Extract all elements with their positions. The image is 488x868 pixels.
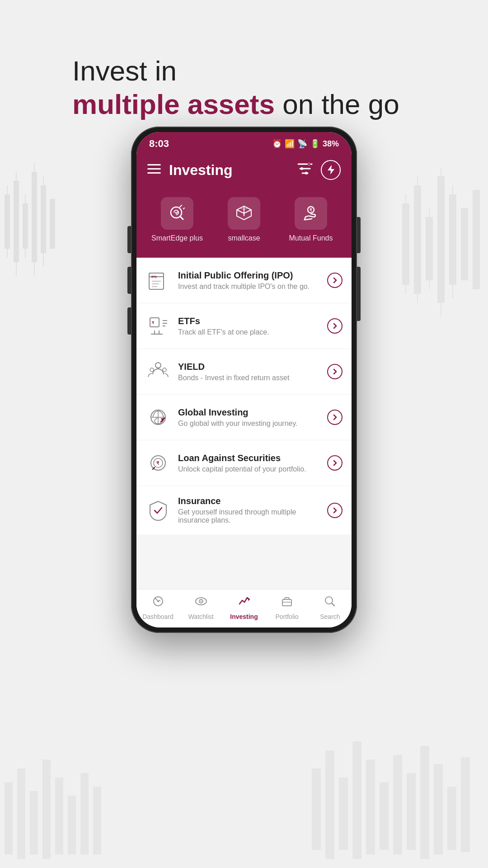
ipo-icon: IPO (145, 268, 171, 293)
svg-rect-32 (325, 750, 334, 859)
yield-arrow (327, 364, 343, 379)
svg-rect-26 (42, 760, 51, 859)
lightning-button[interactable] (321, 160, 341, 180)
signal-icon: 📶 (285, 139, 295, 149)
yield-subtitle: Bonds - Invest in fixed return asset (178, 374, 327, 382)
menu-list: IPO Initial Public Offering (IPO) Invest… (136, 258, 352, 534)
smallcase-label: smallcase (228, 234, 260, 242)
svg-rect-16 (461, 208, 468, 280)
smartedge-card[interactable]: SmartEdge plus (144, 197, 211, 242)
svg-point-48 (305, 172, 308, 175)
svg-rect-40 (434, 764, 443, 854)
svg-rect-61 (150, 318, 159, 327)
global-title: Global Investing (178, 407, 327, 418)
watchlist-icon (195, 595, 207, 611)
etf-menu-item[interactable]: ₹ ETFs Track all ETF's at one (136, 303, 352, 349)
svg-text:₹: ₹ (152, 321, 155, 325)
svg-rect-44 (147, 168, 161, 170)
svg-line-84 (332, 603, 334, 606)
dashboard-icon (152, 595, 164, 611)
mutualfunds-icon-bg: ₹ (295, 197, 327, 230)
global-menu-item[interactable]: Global Investing Go global with your inv… (136, 395, 352, 440)
yield-icon (145, 359, 171, 384)
smartedge-label: SmartEdge plus (151, 234, 203, 242)
global-arrow (327, 410, 343, 425)
svg-rect-17 (473, 190, 480, 289)
insurance-text: Insurance Get yourself insured through m… (178, 496, 327, 524)
nav-search[interactable]: Search (309, 595, 352, 620)
insurance-arrow (327, 503, 343, 518)
search-icon (324, 595, 336, 611)
header-title: Investing (169, 162, 232, 179)
insurance-title: Insurance (178, 496, 327, 506)
svg-rect-29 (80, 773, 89, 854)
battery-percent: 38% (323, 139, 339, 149)
svg-text:₹: ₹ (310, 208, 312, 212)
insurance-subtitle: Get yourself insured through multiple in… (178, 508, 327, 524)
svg-rect-43 (147, 164, 161, 165)
svg-rect-25 (30, 791, 38, 854)
mutualfunds-card[interactable]: ₹ Mutual Funds (277, 197, 344, 242)
volume-mid-button (127, 267, 131, 294)
svg-point-69 (155, 363, 161, 368)
svg-point-77 (157, 600, 159, 602)
header-left: Investing (147, 162, 232, 179)
header-right (297, 160, 341, 180)
svg-rect-37 (393, 755, 402, 854)
yield-menu-item[interactable]: YIELD Bonds - Invest in fixed return ass… (136, 349, 352, 395)
nav-investing[interactable]: Investing (222, 595, 265, 620)
bottom-nav: Dashboard Watchlist (136, 589, 352, 627)
volume-up-button (127, 226, 131, 253)
filter-button[interactable] (297, 162, 313, 178)
headline-line1: Invest in (72, 54, 465, 88)
wifi-icon: 📡 (297, 139, 307, 149)
nav-portfolio[interactable]: Portfolio (266, 595, 309, 620)
svg-point-71 (163, 368, 166, 372)
volume-low-button (127, 307, 131, 335)
loan-icon: ₹ (145, 450, 171, 476)
smallcase-card[interactable]: smallcase (211, 197, 277, 242)
portfolio-label: Portfolio (276, 613, 299, 620)
etf-subtitle: Track all ETF's at one place. (178, 328, 327, 336)
svg-text:IPO: IPO (151, 275, 157, 278)
svg-rect-38 (407, 773, 416, 850)
ipo-title: Initial Public Offering (IPO) (178, 270, 327, 281)
app-header: Investing (136, 154, 352, 188)
nav-dashboard[interactable]: Dashboard (136, 595, 179, 620)
battery-icon: 🔋 (310, 139, 320, 149)
top-cards-section: SmartEdge plus (136, 188, 352, 258)
alarm-icon: ⏰ (272, 139, 282, 149)
headline-normal: on the go (275, 89, 399, 120)
svg-text:₹: ₹ (156, 461, 160, 466)
status-icons: ⏰ 📶 📡 🔋 38% (272, 139, 339, 149)
svg-rect-30 (93, 787, 101, 854)
insurance-menu-item[interactable]: Insurance Get yourself insured through m… (136, 486, 352, 534)
svg-rect-31 (312, 769, 321, 850)
svg-line-52 (180, 217, 183, 219)
hamburger-menu-button[interactable] (147, 163, 161, 177)
etf-title: ETFs (178, 316, 327, 326)
etf-icon: ₹ (145, 313, 171, 339)
loan-arrow (327, 455, 343, 471)
search-label: Search (320, 613, 340, 620)
volume-down-button (357, 267, 361, 321)
svg-rect-34 (352, 741, 361, 859)
cards-row: SmartEdge plus (136, 188, 352, 247)
ipo-text: Initial Public Offering (IPO) Invest and… (178, 270, 327, 291)
mutualfunds-label: Mutual Funds (289, 234, 333, 242)
loan-menu-item[interactable]: ₹ Loan Against Securities Unlock capital… (136, 440, 352, 486)
loan-subtitle: Unlock capital potential of your portfol… (178, 465, 327, 473)
ipo-subtitle: Invest and track multiple IPO's on the g… (178, 283, 327, 291)
portfolio-icon (281, 595, 293, 611)
svg-point-47 (300, 167, 303, 170)
yield-text: YIELD Bonds - Invest in fixed return ass… (178, 362, 327, 382)
loan-title: Loan Against Securities (178, 453, 327, 463)
investing-label: Investing (230, 613, 258, 620)
investing-icon (238, 595, 250, 611)
svg-rect-41 (447, 787, 456, 850)
nav-watchlist[interactable]: Watchlist (179, 595, 222, 620)
global-text: Global Investing Go global with your inv… (178, 407, 327, 428)
headline-highlight: multiple assets (72, 89, 275, 120)
global-icon (145, 405, 171, 430)
ipo-menu-item[interactable]: IPO Initial Public Offering (IPO) Invest… (136, 258, 352, 303)
